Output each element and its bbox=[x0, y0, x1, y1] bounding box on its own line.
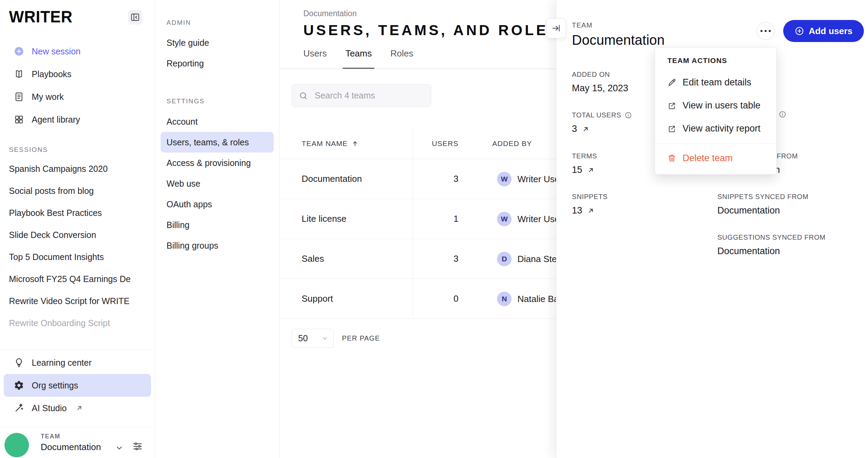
settings-nav-web-use[interactable]: Web use bbox=[155, 173, 279, 194]
page-size-select[interactable]: 50 bbox=[292, 329, 334, 348]
settings-nav-style-guide[interactable]: Style guide bbox=[155, 32, 279, 53]
stat-label: ADDED ON bbox=[572, 71, 628, 79]
added-by-cell: W Writer Use bbox=[497, 172, 559, 186]
sessions-header: SESSIONS bbox=[9, 146, 48, 154]
settings-nav-reporting[interactable]: Reporting bbox=[155, 53, 279, 74]
column-header-team-name[interactable]: TEAM NAME bbox=[302, 139, 359, 148]
team-name-cell[interactable]: Documentation bbox=[302, 174, 362, 184]
tab-users[interactable]: Users bbox=[303, 48, 327, 69]
settings-section-header: SETTINGS bbox=[166, 97, 205, 105]
plus-circle-icon bbox=[14, 46, 24, 56]
settings-nav-oauth-apps[interactable]: OAuth apps bbox=[155, 194, 279, 215]
sidebar-item-playbooks[interactable]: Playbooks bbox=[0, 63, 155, 85]
admin-nav-list: Style guide Reporting bbox=[155, 32, 279, 74]
team-switcher-label: TEAM bbox=[41, 433, 60, 440]
column-header-users[interactable]: USERS bbox=[417, 139, 458, 148]
menu-item-label: Delete team bbox=[683, 153, 733, 164]
sidebar-item-label: Learning center bbox=[32, 358, 92, 368]
open-link-icon[interactable] bbox=[587, 207, 595, 215]
gear-icon bbox=[14, 380, 24, 391]
session-item[interactable]: Playbook Best Practices bbox=[0, 202, 142, 224]
stat-value: 15 bbox=[572, 165, 582, 175]
pencil-icon bbox=[667, 78, 676, 87]
team-details-panel: TEAM Documentation Add users ADDED ON Ma… bbox=[556, 0, 868, 458]
users-count-cell: 3 bbox=[417, 253, 458, 264]
session-item[interactable]: Slide Deck Conversion bbox=[0, 224, 142, 246]
stat-label: SNIPPETS bbox=[572, 193, 608, 201]
stat-terms: TERMS 15 bbox=[572, 152, 597, 175]
panel-team-name: Documentation bbox=[572, 32, 665, 48]
add-users-button[interactable]: Add users bbox=[783, 20, 864, 42]
tab-teams[interactable]: Teams bbox=[345, 48, 372, 69]
teams-search[interactable] bbox=[292, 84, 431, 107]
session-item[interactable]: Top 5 Document Insights bbox=[0, 246, 142, 268]
user-avatar[interactable] bbox=[4, 433, 29, 457]
sort-ascending-icon[interactable] bbox=[351, 140, 359, 147]
search-input[interactable] bbox=[315, 91, 418, 101]
chevron-down-icon[interactable] bbox=[115, 444, 123, 452]
sidebar-item-my-work[interactable]: My work bbox=[0, 85, 155, 108]
stat-label: SUGGESTIONS SYNCED FROM bbox=[717, 233, 826, 241]
menu-header: TEAM ACTIONS bbox=[667, 56, 727, 65]
stat-value: 3 bbox=[572, 124, 577, 134]
session-item[interactable]: Social posts from blog bbox=[0, 180, 142, 202]
menu-items: Edit team details View in users table Vi… bbox=[655, 71, 776, 140]
sidebar-item-ai-studio[interactable]: AI Studio bbox=[0, 397, 155, 419]
column-header-added-by[interactable]: ADDED BY bbox=[492, 139, 532, 148]
menu-item-view-in-users-table[interactable]: View in users table bbox=[655, 94, 776, 117]
stat-label: TERMS bbox=[572, 152, 597, 160]
settings-nav-billing[interactable]: Billing bbox=[155, 215, 279, 235]
preferences-sliders-icon[interactable] bbox=[132, 441, 143, 451]
sidebar-item-new-session[interactable]: New session bbox=[0, 40, 155, 63]
settings-nav-billing-groups[interactable]: Billing groups bbox=[155, 235, 279, 256]
menu-item-label: View activity report bbox=[683, 123, 760, 134]
trash-icon bbox=[667, 154, 676, 163]
session-item[interactable]: Rewrite Video Script for WRITE bbox=[0, 290, 142, 312]
added-by-cell: W Writer Use bbox=[497, 212, 559, 226]
team-name-cell[interactable]: Lite license bbox=[302, 214, 346, 224]
stat-value: May 15, 2023 bbox=[572, 83, 628, 94]
added-by-name: Writer Use bbox=[517, 214, 559, 225]
settings-nav-account[interactable]: Account bbox=[155, 111, 279, 132]
avatar: W bbox=[497, 212, 512, 226]
external-link-icon bbox=[667, 124, 676, 133]
sidebar-item-org-settings[interactable]: Org settings bbox=[4, 374, 151, 397]
team-actions-menu: TEAM ACTIONS Edit team details View in u… bbox=[655, 47, 777, 175]
team-actions-more-button[interactable] bbox=[757, 22, 775, 40]
avatar: N bbox=[497, 292, 512, 306]
team-switcher[interactable]: TEAM Documentation bbox=[0, 427, 155, 458]
sessions-list: Spanish Campaigns 2020 Social posts from… bbox=[0, 158, 155, 334]
session-item[interactable]: Spanish Campaigns 2020 bbox=[0, 158, 142, 180]
settings-nav-access-provisioning[interactable]: Access & provisioning bbox=[155, 153, 279, 173]
open-link-icon[interactable] bbox=[582, 125, 589, 133]
stat-label: TOTAL USERS bbox=[572, 111, 621, 119]
settings-nav-users-teams-roles[interactable]: Users, teams, & roles bbox=[161, 132, 274, 153]
tab-roles[interactable]: Roles bbox=[390, 48, 413, 69]
panel-collapse-button[interactable] bbox=[546, 18, 566, 38]
collapse-sidebar-button[interactable] bbox=[128, 10, 142, 24]
panel-team-label: TEAM bbox=[572, 21, 593, 29]
menu-item-delete-team[interactable]: Delete team bbox=[655, 147, 776, 169]
info-icon[interactable] bbox=[625, 112, 632, 119]
open-link-icon[interactable] bbox=[587, 166, 595, 174]
team-name-cell[interactable]: Sales bbox=[302, 253, 324, 264]
session-item[interactable]: Rewrite Onboarding Script bbox=[0, 312, 142, 334]
session-item[interactable]: Microsoft FY25 Q4 Earnings De bbox=[0, 268, 142, 290]
arrow-right-to-line-icon bbox=[551, 23, 561, 33]
menu-item-edit-team-details[interactable]: Edit team details bbox=[655, 71, 776, 94]
collapse-sidebar-icon bbox=[130, 12, 140, 22]
menu-item-view-activity-report[interactable]: View activity report bbox=[655, 117, 776, 140]
users-count-cell: 0 bbox=[417, 293, 458, 304]
sidebar-item-learning-center[interactable]: Learning center bbox=[0, 351, 155, 374]
stat-total-users: TOTAL USERS 3 bbox=[572, 111, 632, 134]
stat-snippets-synced-from: SNIPPETS SYNCED FROM Documentation bbox=[717, 193, 808, 216]
menu-item-label: Edit team details bbox=[683, 77, 751, 88]
stat-suggestions-synced-from: SUGGESTIONS SYNCED FROM Documentation bbox=[717, 233, 826, 257]
grid-icon bbox=[14, 114, 24, 125]
team-name-cell[interactable]: Support bbox=[302, 293, 333, 304]
book-icon bbox=[14, 69, 24, 79]
primary-nav: New session Playbooks My work Agent libr… bbox=[0, 40, 155, 131]
plus-circle-icon bbox=[795, 26, 804, 36]
info-icon[interactable] bbox=[779, 111, 786, 118]
sidebar-item-agent-library[interactable]: Agent library bbox=[0, 108, 155, 131]
